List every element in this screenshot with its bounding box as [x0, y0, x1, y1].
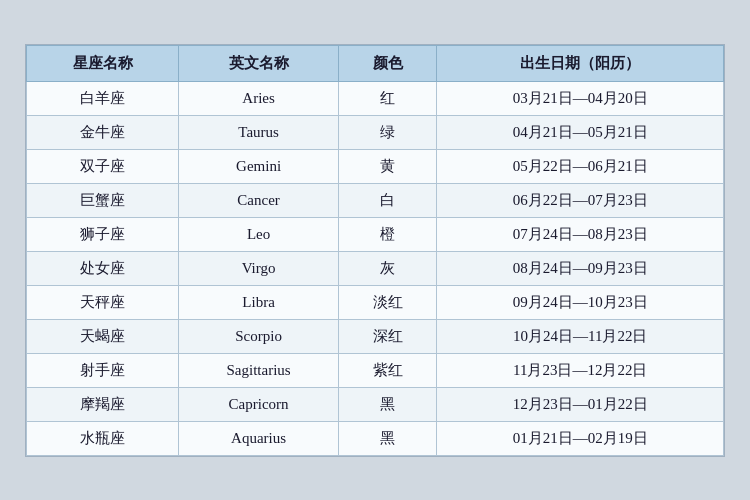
- table-row: 水瓶座Aquarius黑01月21日—02月19日: [27, 421, 724, 455]
- cell-date: 04月21日—05月21日: [437, 115, 724, 149]
- cell-english: Cancer: [179, 183, 339, 217]
- table-header-row: 星座名称 英文名称 颜色 出生日期（阳历）: [27, 45, 724, 81]
- table-row: 射手座Sagittarius紫红11月23日—12月22日: [27, 353, 724, 387]
- cell-english: Taurus: [179, 115, 339, 149]
- cell-date: 11月23日—12月22日: [437, 353, 724, 387]
- cell-date: 03月21日—04月20日: [437, 81, 724, 115]
- cell-english: Aquarius: [179, 421, 339, 455]
- cell-english: Gemini: [179, 149, 339, 183]
- cell-english: Capricorn: [179, 387, 339, 421]
- cell-color: 紫红: [338, 353, 437, 387]
- cell-date: 12月23日—01月22日: [437, 387, 724, 421]
- cell-date: 06月22日—07月23日: [437, 183, 724, 217]
- cell-chinese: 摩羯座: [27, 387, 179, 421]
- table-row: 狮子座Leo橙07月24日—08月23日: [27, 217, 724, 251]
- cell-color: 绿: [338, 115, 437, 149]
- table-row: 处女座Virgo灰08月24日—09月23日: [27, 251, 724, 285]
- zodiac-table: 星座名称 英文名称 颜色 出生日期（阳历） 白羊座Aries红03月21日—04…: [26, 45, 724, 456]
- cell-english: Sagittarius: [179, 353, 339, 387]
- table-row: 白羊座Aries红03月21日—04月20日: [27, 81, 724, 115]
- zodiac-table-container: 星座名称 英文名称 颜色 出生日期（阳历） 白羊座Aries红03月21日—04…: [25, 44, 725, 457]
- col-header-color: 颜色: [338, 45, 437, 81]
- cell-date: 09月24日—10月23日: [437, 285, 724, 319]
- cell-chinese: 天秤座: [27, 285, 179, 319]
- cell-chinese: 双子座: [27, 149, 179, 183]
- table-body: 白羊座Aries红03月21日—04月20日金牛座Taurus绿04月21日—0…: [27, 81, 724, 455]
- table-row: 巨蟹座Cancer白06月22日—07月23日: [27, 183, 724, 217]
- cell-date: 08月24日—09月23日: [437, 251, 724, 285]
- col-header-chinese: 星座名称: [27, 45, 179, 81]
- cell-english: Leo: [179, 217, 339, 251]
- col-header-english: 英文名称: [179, 45, 339, 81]
- table-row: 天秤座Libra淡红09月24日—10月23日: [27, 285, 724, 319]
- table-row: 摩羯座Capricorn黑12月23日—01月22日: [27, 387, 724, 421]
- cell-date: 07月24日—08月23日: [437, 217, 724, 251]
- cell-chinese: 巨蟹座: [27, 183, 179, 217]
- cell-english: Virgo: [179, 251, 339, 285]
- cell-color: 黑: [338, 421, 437, 455]
- cell-date: 05月22日—06月21日: [437, 149, 724, 183]
- cell-chinese: 狮子座: [27, 217, 179, 251]
- table-row: 双子座Gemini黄05月22日—06月21日: [27, 149, 724, 183]
- cell-color: 深红: [338, 319, 437, 353]
- cell-color: 红: [338, 81, 437, 115]
- cell-chinese: 水瓶座: [27, 421, 179, 455]
- cell-color: 灰: [338, 251, 437, 285]
- table-row: 天蝎座Scorpio深红10月24日—11月22日: [27, 319, 724, 353]
- cell-chinese: 射手座: [27, 353, 179, 387]
- cell-color: 黑: [338, 387, 437, 421]
- cell-chinese: 金牛座: [27, 115, 179, 149]
- cell-chinese: 处女座: [27, 251, 179, 285]
- cell-color: 淡红: [338, 285, 437, 319]
- cell-english: Scorpio: [179, 319, 339, 353]
- cell-color: 黄: [338, 149, 437, 183]
- cell-date: 10月24日—11月22日: [437, 319, 724, 353]
- cell-chinese: 天蝎座: [27, 319, 179, 353]
- cell-english: Libra: [179, 285, 339, 319]
- cell-english: Aries: [179, 81, 339, 115]
- cell-date: 01月21日—02月19日: [437, 421, 724, 455]
- cell-color: 白: [338, 183, 437, 217]
- col-header-date: 出生日期（阳历）: [437, 45, 724, 81]
- table-row: 金牛座Taurus绿04月21日—05月21日: [27, 115, 724, 149]
- cell-chinese: 白羊座: [27, 81, 179, 115]
- cell-color: 橙: [338, 217, 437, 251]
